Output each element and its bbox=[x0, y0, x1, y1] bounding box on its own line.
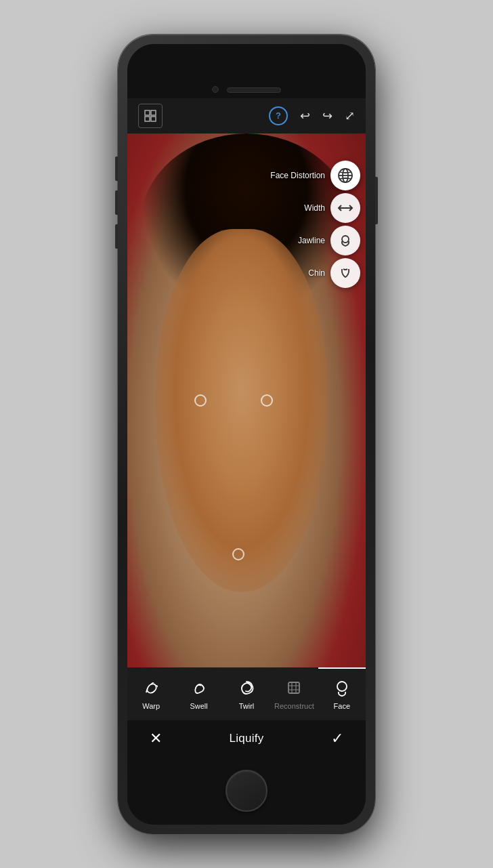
face-distortion-item[interactable]: Face Distortion bbox=[270, 161, 360, 190]
action-title: Liquify bbox=[229, 732, 263, 745]
topbar-right: ? ↩ ↪ ⤢ bbox=[269, 106, 355, 125]
home-button[interactable] bbox=[226, 770, 267, 812]
width-button[interactable] bbox=[330, 193, 360, 223]
right-eye-marker bbox=[261, 394, 273, 407]
app-screen: ? ↩ ↪ ⤢ Face Distortion bbox=[127, 98, 366, 757]
jawline-button[interactable] bbox=[330, 226, 360, 255]
swell-label: Swell bbox=[190, 702, 207, 710]
phone-screen: ? ↩ ↪ ⤢ Face Distortion bbox=[127, 44, 366, 825]
phone-camera bbox=[212, 86, 219, 93]
reconstruct-icon bbox=[285, 679, 303, 699]
phone-speaker bbox=[227, 87, 281, 93]
twirl-label: Twirl bbox=[239, 702, 255, 710]
layers-icon[interactable] bbox=[138, 104, 163, 128]
face-icon bbox=[333, 679, 351, 699]
swell-icon bbox=[190, 679, 208, 699]
photo-canvas[interactable]: Face Distortion Width bbox=[127, 133, 366, 667]
mouth-marker bbox=[232, 548, 244, 560]
face-controls-panel: Face Distortion Width bbox=[270, 161, 360, 288]
action-bar: ✕ Liquify ✓ bbox=[127, 720, 366, 757]
undo-button[interactable]: ↩ bbox=[300, 108, 310, 123]
confirm-button[interactable]: ✓ bbox=[325, 726, 349, 751]
redo-button[interactable]: ↪ bbox=[322, 108, 333, 123]
reconstruct-label: Reconstruct bbox=[274, 702, 314, 710]
svg-rect-3 bbox=[151, 117, 156, 121]
twirl-icon bbox=[238, 679, 255, 699]
warp-tool[interactable]: Warp bbox=[127, 667, 175, 720]
svg-point-10 bbox=[337, 682, 347, 691]
jawline-label: Jawline bbox=[298, 236, 325, 245]
face-tool[interactable]: Face bbox=[318, 667, 366, 720]
chin-button[interactable] bbox=[330, 258, 360, 288]
jawline-item[interactable]: Jawline bbox=[270, 226, 360, 255]
svg-rect-9 bbox=[288, 682, 299, 693]
svg-rect-2 bbox=[145, 117, 150, 121]
svg-rect-1 bbox=[151, 110, 156, 115]
app-topbar: ? ↩ ↪ ⤢ bbox=[127, 98, 366, 133]
chin-label: Chin bbox=[308, 268, 325, 278]
reconstruct-tool[interactable]: Reconstruct bbox=[270, 667, 318, 720]
warp-label: Warp bbox=[142, 702, 160, 710]
phone-frame: ? ↩ ↪ ⤢ Face Distortion bbox=[118, 35, 375, 834]
tool-bar: Warp Swell bbox=[127, 667, 366, 720]
chin-item[interactable]: Chin bbox=[270, 258, 360, 288]
face-distortion-label: Face Distortion bbox=[270, 171, 325, 180]
cancel-button[interactable]: ✕ bbox=[144, 726, 168, 751]
warp-icon bbox=[142, 679, 160, 699]
phone-top-bar bbox=[127, 44, 366, 98]
expand-button[interactable]: ⤢ bbox=[345, 108, 355, 123]
svg-point-8 bbox=[342, 236, 349, 243]
topbar-left bbox=[138, 104, 163, 128]
face-label: Face bbox=[334, 702, 350, 710]
svg-rect-0 bbox=[145, 110, 150, 115]
width-item[interactable]: Width bbox=[270, 193, 360, 223]
width-label: Width bbox=[304, 203, 325, 213]
left-eye-marker bbox=[194, 394, 207, 407]
face-distortion-button[interactable] bbox=[330, 161, 360, 190]
help-button[interactable]: ? bbox=[269, 106, 288, 125]
swell-tool[interactable]: Swell bbox=[175, 667, 222, 720]
twirl-tool[interactable]: Twirl bbox=[223, 667, 270, 720]
phone-bottom-bar bbox=[127, 757, 366, 825]
